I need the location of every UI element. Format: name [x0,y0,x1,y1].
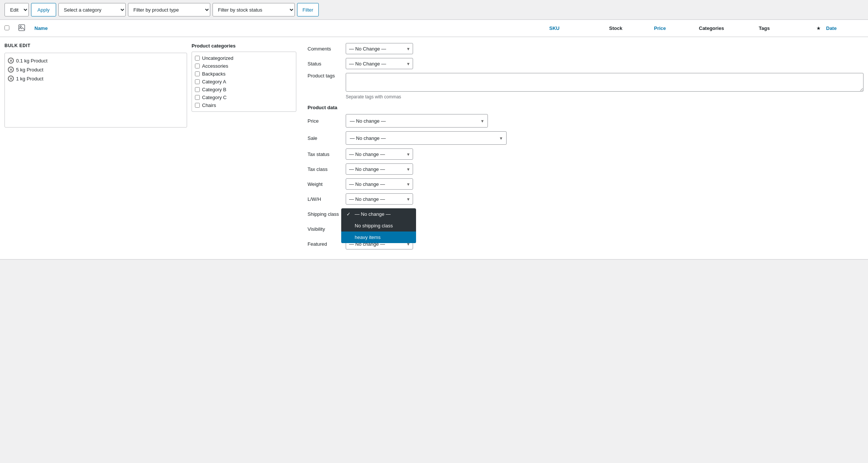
weight-dropdown[interactable]: — No change — ▾ [346,178,413,190]
svg-point-1 [20,26,21,27]
category-label: Chairs [202,102,216,108]
list-item: ✕ 0.1 kg Product [8,56,184,65]
category-checkbox[interactable] [195,79,200,84]
featured-label: Featured [308,241,341,247]
category-label: Backpacks [202,71,226,77]
shipping-option-label: — No change — [355,211,391,217]
th-categories: Categories [699,25,759,31]
remove-product-icon[interactable]: ✕ [8,67,14,73]
remove-product-icon[interactable]: ✕ [8,58,14,64]
shipping-option-label: heavy items [355,234,380,240]
th-star: ★ [811,25,826,31]
product-tags-input[interactable] [346,73,864,92]
shipping-popup-item[interactable]: No shipping class [341,220,416,232]
categories-label: Product categories [192,43,296,49]
tax-class-chevron-icon: ▾ [407,166,410,172]
lwh-row: L/W/H — No change — ▾ [308,193,864,205]
check-icon: ✓ [346,211,352,217]
comments-row: Comments — No Change — ▾ [308,43,864,54]
tax-class-row: Tax class — No change — ▾ [308,163,864,175]
select-all-checkbox[interactable] [4,25,18,31]
category-item: Accessories [195,62,293,70]
category-label: Category C [202,95,227,100]
sale-label: Sale [308,135,341,141]
lwh-chevron-icon: ▾ [407,196,410,202]
bulk-edit-right: Comments — No Change — ▾ Status — No Cha… [296,43,864,253]
th-date[interactable]: Date [826,25,864,31]
sale-dropdown[interactable]: — No change — ▾ [346,131,507,145]
product-list: ✕ 0.1 kg Product ✕ 5 kg Product ✕ 1 kg P… [4,53,187,128]
sale-chevron-icon: ▾ [500,135,502,141]
product-data-title: Product data [308,105,864,110]
weight-row: Weight — No change — ▾ [308,178,864,190]
tags-hint: Separate tags with commas [346,94,864,99]
product-tags-control: Separate tags with commas [346,73,864,99]
category-checkbox[interactable] [195,71,200,76]
category-item: Category C [195,93,293,101]
bulk-edit-categories: Product categories Uncategorized Accesso… [192,43,296,253]
category-label: Category B [202,87,226,92]
table-header: Name SKU Stock Price Categories Tags ★ D… [0,20,868,37]
product-tags-row: Product tags Separate tags with commas [308,73,864,99]
lwh-dropdown[interactable]: — No change — ▾ [346,193,413,205]
filter-button[interactable]: Filter [297,3,319,16]
price-dropdown[interactable]: — No change — ▾ [346,114,488,128]
category-checkbox[interactable] [195,64,200,68]
category-label: Category A [202,79,226,85]
category-item: Category B [195,86,293,93]
bulk-edit-left: BULK EDIT ✕ 0.1 kg Product ✕ 5 kg Produc… [4,43,192,253]
status-dropdown[interactable]: — No Change — ▾ [346,58,413,69]
category-item: Uncategorized [195,54,293,62]
product-name: 1 kg Product [16,76,43,82]
bulk-edit-title: BULK EDIT [4,43,192,48]
tax-class-label: Tax class [308,166,341,172]
category-checkbox[interactable] [195,95,200,100]
th-sku[interactable]: SKU [549,25,609,31]
list-item: ✕ 5 kg Product [8,65,184,74]
category-item: Category A [195,78,293,86]
stock-status-select[interactable]: Filter by stock status [213,3,295,16]
category-checkbox[interactable] [195,103,200,108]
product-name: 0.1 kg Product [16,58,48,64]
tax-status-chevron-icon: ▾ [407,151,410,157]
tax-class-dropdown[interactable]: — No change — ▾ [346,163,413,175]
price-row: Price — No change — ▾ [308,114,864,128]
shipping-class-row: Shipping class — No change — ▾ ✓ — No ch… [308,208,864,220]
th-price[interactable]: Price [654,25,699,31]
weight-chevron-icon: ▾ [407,181,410,187]
th-image [18,24,34,33]
category-item: Backpacks [195,70,293,78]
tax-status-row: Tax status — No change — ▾ [308,148,864,160]
remove-product-icon[interactable]: ✕ [8,76,14,82]
action-select[interactable]: Edit [4,3,29,16]
categories-list: Uncategorized Accessories Backpacks Cate… [192,52,296,112]
category-select[interactable]: Select a category [58,3,126,16]
apply-button[interactable]: Apply [31,3,56,16]
product-tags-label: Product tags [308,73,341,79]
category-label: Uncategorized [202,55,233,61]
category-item: Chairs [195,101,293,109]
lwh-label: L/W/H [308,196,341,202]
shipping-popup-item[interactable]: ✓ — No change — [341,208,416,220]
status-row: Status — No Change — ▾ [308,58,864,69]
bulk-edit-panel: BULK EDIT ✕ 0.1 kg Product ✕ 5 kg Produc… [0,37,868,260]
shipping-class-popup: ✓ — No change — No shipping class heavy … [341,208,416,243]
th-name[interactable]: Name [34,25,549,31]
shipping-option-label: No shipping class [355,223,393,229]
category-checkbox[interactable] [195,56,200,61]
shipping-class-label: Shipping class [308,211,341,217]
sale-row: Sale — No change — ▾ [308,131,864,145]
shipping-popup-item[interactable]: heavy items [341,232,416,243]
th-stock: Stock [609,25,654,31]
product-type-select[interactable]: Filter by product type [128,3,210,16]
category-label: Accessories [202,63,228,69]
comments-dropdown[interactable]: — No Change — ▾ [346,43,413,54]
category-checkbox[interactable] [195,87,200,92]
comments-chevron-icon: ▾ [407,46,410,52]
svg-rect-0 [19,25,25,31]
visibility-label: Visibility [308,226,341,232]
status-chevron-icon: ▾ [407,61,410,67]
price-chevron-icon: ▾ [481,118,484,124]
tax-status-dropdown[interactable]: — No change — ▾ [346,148,413,160]
th-tags: Tags [759,25,811,31]
